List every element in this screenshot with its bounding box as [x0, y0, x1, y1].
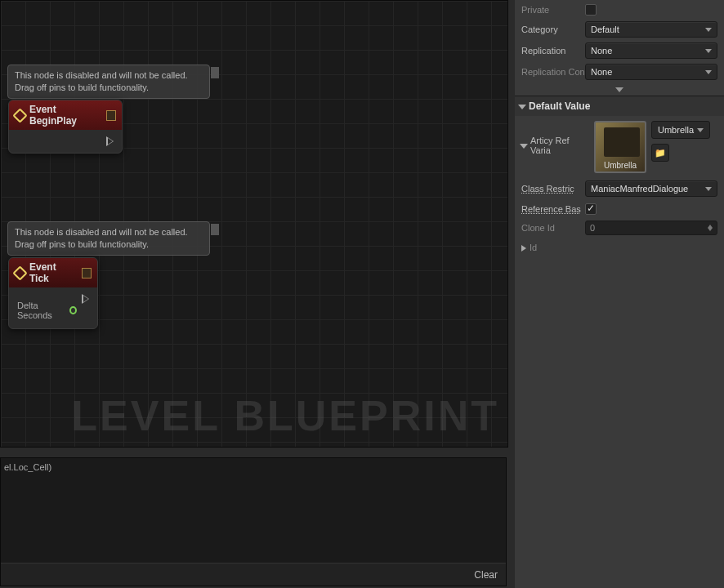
prop-label: Id — [530, 243, 593, 252]
exec-output-pin[interactable] — [106, 136, 114, 146]
node-toggle[interactable] — [106, 110, 116, 121]
chevron-down-icon — [705, 187, 712, 191]
node-body — [9, 130, 122, 153]
spinner-icon[interactable] — [708, 225, 713, 231]
exec-output-pin[interactable] — [82, 294, 89, 304]
dropdown-value: ManiacManfredDialogue — [591, 184, 688, 194]
class-restrict-dropdown[interactable]: ManiacManfredDialogue — [585, 180, 717, 197]
replication-dropdown[interactable]: None — [585, 42, 717, 59]
prop-replication: Replication None — [515, 40, 724, 61]
float-output-pin[interactable] — [69, 306, 77, 314]
expand-icon — [521, 245, 526, 252]
chevron-down-icon — [615, 87, 623, 92]
node-body: Delta Seconds — [9, 287, 97, 328]
log-footer: Clear — [1, 563, 506, 586]
asset-thumbnail[interactable]: Umbrella — [594, 121, 646, 173]
chevron-down-icon — [705, 28, 712, 32]
blueprint-graph[interactable]: LEVEL BLUEPRINT This node is disabled an… — [0, 0, 508, 448]
node-toggle[interactable] — [82, 268, 92, 278]
chevron-down-icon — [705, 49, 712, 53]
prop-clone-id: Clone Id 0 — [515, 218, 724, 238]
tooltip-beginplay: This node is disabled and will not be ca… — [7, 65, 210, 99]
tooltip-text: This node is disabled and will not be ca… — [15, 70, 188, 92]
clear-button[interactable]: Clear — [474, 569, 498, 581]
log-line: el.Loc_Cell) — [4, 462, 51, 472]
node-title: Event BeginPlay — [29, 104, 100, 127]
graph-watermark: LEVEL BLUEPRINT — [71, 391, 499, 440]
prop-label: Replication Con — [521, 67, 585, 77]
articy-ref-label[interactable]: Articy Ref Varia — [520, 121, 589, 155]
prop-label: Clone Id — [521, 223, 585, 233]
thumbnail-label: Umbrella — [604, 161, 637, 172]
pushpin-icon — [211, 67, 219, 78]
dropdown-value: None — [591, 67, 612, 77]
node-title: Event Tick — [29, 261, 75, 284]
prop-id[interactable]: Id — [515, 238, 724, 256]
prop-label: Reference Bas — [521, 204, 585, 214]
chevron-down-icon — [697, 128, 704, 132]
thumbnail-image — [604, 127, 640, 157]
pushpin-icon — [211, 224, 219, 235]
node-event-tick[interactable]: Event Tick Delta Seconds — [8, 257, 98, 329]
expand-advanced[interactable] — [515, 82, 724, 96]
label-text: Articy Ref Varia — [530, 136, 589, 155]
prop-label: Private — [521, 5, 585, 15]
tooltip-tick: This node is disabled and will not be ca… — [7, 221, 210, 256]
ref-base-checkbox[interactable] — [585, 203, 597, 215]
asset-dropdown[interactable]: Umbrella — [651, 121, 710, 139]
dropdown-value: Umbrella — [658, 125, 694, 135]
prop-category: Category Default — [515, 19, 724, 40]
output-log: el.Loc_Cell) Clear — [0, 457, 507, 586]
tooltip-text: This node is disabled and will not be ca… — [15, 227, 188, 249]
prop-label: Class Restric — [521, 184, 585, 194]
chevron-down-icon — [705, 70, 712, 74]
browse-asset-button[interactable]: 📁 — [651, 144, 669, 162]
event-icon — [12, 108, 27, 122]
node-event-beginplay[interactable]: Event BeginPlay — [8, 100, 123, 154]
log-content[interactable]: el.Loc_Cell) — [1, 458, 506, 563]
dropdown-value: Default — [591, 24, 619, 34]
dropdown-value: None — [591, 46, 612, 56]
prop-repcond: Replication Con None — [515, 61, 724, 82]
repcond-dropdown[interactable]: None — [585, 64, 717, 80]
prop-label: Replication — [521, 46, 585, 56]
prop-class-restrict: Class Restric ManiacManfredDialogue — [515, 178, 724, 199]
prop-private: Private — [515, 0, 724, 19]
prop-ref-base: Reference Bas — [515, 199, 724, 218]
details-panel: Private Category Default Replication Non… — [515, 0, 724, 588]
section-default-value[interactable]: Default Value — [515, 96, 724, 116]
event-icon — [12, 265, 27, 280]
private-checkbox[interactable] — [585, 4, 597, 16]
node-header[interactable]: Event BeginPlay — [9, 100, 122, 130]
expand-icon — [520, 144, 528, 149]
section-title: Default Value — [529, 100, 590, 112]
pin-label: Delta Seconds — [17, 301, 65, 320]
clone-id-input[interactable]: 0 — [585, 220, 717, 235]
expand-icon — [518, 105, 526, 109]
node-header[interactable]: Event Tick — [9, 258, 97, 287]
articy-ref-row: Articy Ref Varia Umbrella Umbrella 📁 — [515, 116, 724, 178]
input-value: 0 — [590, 223, 595, 233]
folder-icon: 📁 — [655, 148, 666, 158]
category-dropdown[interactable]: Default — [585, 21, 717, 38]
prop-label: Category — [521, 24, 585, 34]
